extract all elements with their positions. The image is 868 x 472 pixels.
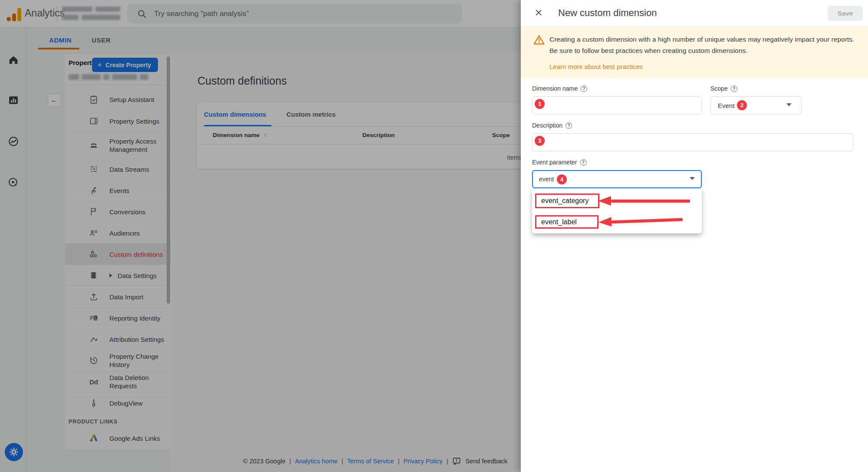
chevron-down-icon: [786, 103, 792, 106]
annotation-badge-1: 1: [535, 99, 545, 109]
modal-scrim: [0, 0, 521, 472]
option-event-category[interactable]: event_category: [535, 193, 599, 208]
event-parameter-label: Event parameter ?: [532, 159, 587, 166]
warning-banner: Creating a custom dimension with a high …: [521, 27, 868, 78]
best-practices-link[interactable]: Learn more about best practices: [549, 63, 643, 70]
new-custom-dimension-panel: × New custom dimension Save Creating a c…: [521, 0, 868, 472]
help-icon[interactable]: ?: [580, 159, 587, 166]
annotation-badge-4: 4: [557, 174, 567, 184]
panel-title: New custom dimension: [558, 7, 657, 19]
dimension-name-label: Dimension name ?: [532, 85, 587, 92]
help-icon[interactable]: ?: [566, 122, 572, 129]
event-parameter-dropdown-menu: event_category event_label: [532, 189, 702, 233]
dimension-name-input[interactable]: [532, 96, 702, 115]
option-event-label[interactable]: event_label: [535, 215, 598, 229]
help-icon[interactable]: ?: [731, 85, 737, 92]
annotation-badge-2: 2: [737, 100, 747, 110]
help-icon[interactable]: ?: [581, 85, 587, 92]
close-icon[interactable]: ×: [530, 4, 547, 21]
ga-admin-screen: Analytics: [0, 0, 868, 472]
warning-text: Creating a custom dimension with a high …: [549, 34, 858, 56]
annotation-badge-3: 3: [535, 136, 545, 146]
description-input[interactable]: [532, 133, 853, 151]
scope-label: Scope ?: [710, 85, 737, 92]
panel-header: × New custom dimension Save: [521, 0, 868, 27]
warning-triangle-icon: [533, 34, 545, 46]
chevron-down-icon: [690, 177, 695, 180]
save-button[interactable]: Save: [828, 6, 863, 21]
description-label: Description ?: [532, 122, 572, 129]
